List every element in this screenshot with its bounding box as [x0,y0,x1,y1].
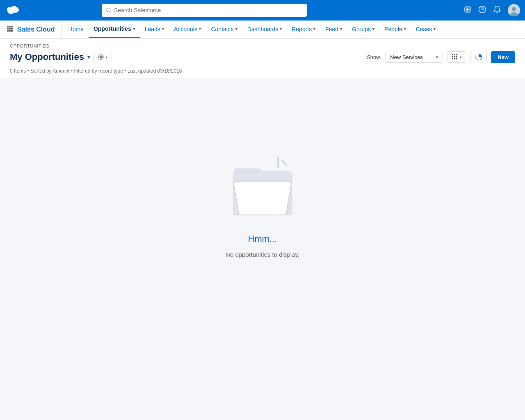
nav-item-feed[interactable]: Feed▾ [320,21,347,38]
page-title: My Opportunities [10,52,84,62]
apps-icon [7,25,13,32]
empty-state-subtitle: No opportunities to display. [226,251,299,258]
top-bar-right-icons [463,4,520,16]
page-title-row: My Opportunities ▾ ▾ Show: New Services … [10,51,515,68]
help-icon [478,5,486,14]
settings-button[interactable]: ▾ [94,52,112,62]
notification-button[interactable] [493,5,501,16]
page-subtitle: 0 Items • Sorted by Amount • Filtered by… [10,68,515,78]
user-avatar[interactable] [508,4,520,16]
svg-rect-15 [9,26,11,27]
empty-state-title: Hmm... [248,234,277,244]
svg-rect-21 [9,30,11,32]
svg-rect-32 [456,58,457,59]
show-select-chevron-icon: ▾ [436,55,438,60]
table-view-icon [452,54,458,60]
main-content-area: Hmm... No opportunities to display. [0,78,525,324]
svg-rect-19 [11,28,13,30]
dashboards-chevron: ▾ [280,27,282,31]
nav-item-opportunities[interactable]: Opportunities▾ [89,21,140,38]
page-title-left: My Opportunities ▾ ▾ [10,52,112,62]
svg-rect-29 [456,56,457,57]
svg-point-23 [100,56,102,58]
nav-item-people[interactable]: People▾ [379,21,411,38]
avatar-image [508,4,520,16]
empty-state: Hmm... No opportunities to display. [209,121,316,283]
svg-rect-25 [454,54,455,55]
search-icon [106,7,112,13]
nav-item-contacts[interactable]: Contacts▾ [206,21,242,38]
add-button[interactable] [463,5,472,16]
top-navigation-bar [0,0,525,21]
nav-item-cases[interactable]: Cases▾ [411,21,441,38]
svg-rect-31 [454,58,455,59]
svg-rect-20 [7,30,9,32]
new-button[interactable]: New [491,51,515,63]
gear-chevron-icon: ▾ [105,55,107,59]
groups-chevron: ▾ [372,27,374,31]
pie-chart-icon [475,53,482,61]
app-title: Sales Cloud [17,26,55,33]
search-input[interactable] [114,7,303,14]
app-name: Sales Cloud [3,21,62,38]
svg-rect-27 [452,56,453,57]
view-toggle-chevron-icon: ▾ [460,55,462,59]
svg-rect-22 [11,30,13,32]
svg-rect-16 [11,26,13,27]
svg-point-1 [7,7,12,12]
plus-icon [463,5,472,14]
svg-rect-18 [9,28,11,30]
nav-item-accounts[interactable]: Accounts▾ [169,21,206,38]
svg-rect-28 [454,56,455,57]
svg-rect-17 [7,28,9,30]
svg-line-34 [282,160,286,165]
svg-rect-26 [456,54,457,55]
cases-chevron: ▾ [434,27,436,31]
nav-item-reports[interactable]: Reports▾ [287,21,320,38]
feed-chevron: ▾ [340,27,342,31]
people-chevron: ▾ [404,27,406,31]
chart-button[interactable] [470,51,487,63]
breadcrumb: OPPORTUNITIES [10,43,515,48]
grid-icon[interactable] [7,25,13,33]
svg-point-3 [11,6,17,11]
nav-item-groups[interactable]: Groups▾ [347,21,379,38]
opportunities-chevron: ▾ [133,27,135,31]
svg-rect-30 [452,58,453,59]
leads-chevron: ▾ [162,27,164,31]
svg-rect-24 [452,54,453,55]
page-title-right: Show: New Services ▾ ▾ New [367,51,515,63]
svg-rect-14 [7,26,9,27]
title-chevron-icon[interactable]: ▾ [87,54,90,60]
svg-line-5 [110,11,111,13]
show-select-dropdown[interactable]: New Services ▾ [386,52,443,63]
accounts-chevron: ▾ [199,27,201,31]
salesforce-logo[interactable] [5,4,21,17]
reports-chevron: ▾ [313,27,315,31]
nav-item-leads[interactable]: Leads▾ [140,21,169,38]
nav-items-list: Home Opportunities▾ Leads▾ Accounts▾ Con… [64,21,441,38]
secondary-navigation: Sales Cloud Home Opportunities▾ Leads▾ A… [0,21,525,39]
nav-item-home[interactable]: Home [64,21,89,38]
svg-point-4 [107,8,110,12]
svg-point-12 [512,7,516,11]
bell-icon [493,5,501,14]
gear-icon [98,54,104,60]
empty-folder-illustration [217,145,308,227]
show-label: Show: [367,54,381,60]
show-select-value: New Services [390,54,422,60]
nav-item-dashboards[interactable]: Dashboards▾ [242,21,287,38]
contacts-chevron: ▾ [235,27,237,31]
page-header: OPPORTUNITIES My Opportunities ▾ ▾ Show:… [0,39,525,78]
view-toggle-button[interactable]: ▾ [447,51,466,63]
search-bar[interactable] [102,4,307,17]
help-button[interactable] [478,5,486,16]
